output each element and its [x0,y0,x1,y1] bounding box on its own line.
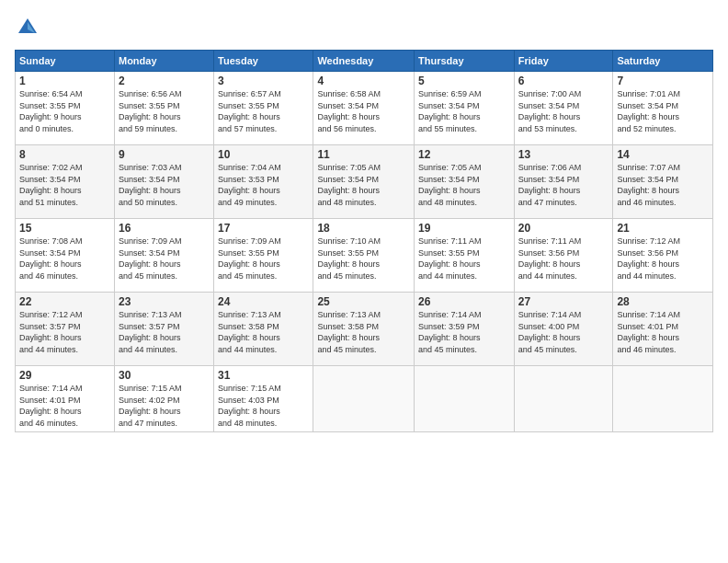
weekday-header-saturday: Saturday [613,51,713,72]
calendar-cell: 5Sunrise: 6:59 AMSunset: 3:54 PMDaylight… [415,72,515,145]
day-number: 14 [617,148,709,161]
calendar-cell: 26Sunrise: 7:14 AMSunset: 3:59 PMDayligh… [415,293,515,366]
day-number: 18 [317,222,410,235]
day-info: Sunrise: 6:54 AMSunset: 3:55 PMDaylight:… [19,88,110,134]
day-number: 10 [218,148,309,161]
day-number: 31 [218,369,309,382]
weekday-header-tuesday: Tuesday [214,51,313,72]
day-number: 9 [119,148,210,161]
day-info: Sunrise: 7:10 AMSunset: 3:55 PMDaylight:… [317,236,410,282]
calendar-cell [415,366,515,432]
weekday-header-friday: Friday [514,51,613,72]
calendar-cell: 6Sunrise: 7:00 AMSunset: 3:54 PMDaylight… [514,72,613,145]
calendar-cell: 23Sunrise: 7:13 AMSunset: 3:57 PMDayligh… [114,293,213,366]
week-row-2: 8Sunrise: 7:02 AMSunset: 3:54 PMDaylight… [16,145,713,219]
calendar-cell: 11Sunrise: 7:05 AMSunset: 3:54 PMDayligh… [313,145,415,219]
calendar-cell: 2Sunrise: 6:56 AMSunset: 3:55 PMDaylight… [114,72,213,145]
day-info: Sunrise: 7:02 AMSunset: 3:54 PMDaylight:… [19,162,110,208]
day-info: Sunrise: 6:58 AMSunset: 3:54 PMDaylight:… [317,88,410,134]
weekday-header-thursday: Thursday [415,51,515,72]
day-info: Sunrise: 6:59 AMSunset: 3:54 PMDaylight:… [418,88,510,134]
day-info: Sunrise: 7:14 AMSunset: 4:01 PMDaylight:… [617,309,709,355]
day-number: 26 [418,295,510,308]
calendar-cell [613,366,713,432]
weekday-header-row: SundayMondayTuesdayWednesdayThursdayFrid… [16,51,713,72]
day-number: 22 [19,295,110,308]
calendar-cell: 10Sunrise: 7:04 AMSunset: 3:53 PMDayligh… [214,145,313,219]
week-row-3: 15Sunrise: 7:08 AMSunset: 3:54 PMDayligh… [16,219,713,293]
calendar-cell: 8Sunrise: 7:02 AMSunset: 3:54 PMDaylight… [16,145,115,219]
day-number: 13 [518,148,609,161]
day-number: 27 [518,295,609,308]
calendar-cell: 19Sunrise: 7:11 AMSunset: 3:55 PMDayligh… [415,219,515,293]
day-info: Sunrise: 6:57 AMSunset: 3:55 PMDaylight:… [218,88,309,134]
day-info: Sunrise: 7:13 AMSunset: 3:58 PMDaylight:… [218,309,309,355]
calendar-cell: 22Sunrise: 7:12 AMSunset: 3:57 PMDayligh… [16,293,115,366]
day-number: 12 [418,148,510,161]
day-number: 16 [119,222,210,235]
day-info: Sunrise: 7:09 AMSunset: 3:55 PMDaylight:… [218,236,309,282]
weekday-header-wednesday: Wednesday [313,51,415,72]
day-info: Sunrise: 7:13 AMSunset: 3:57 PMDaylight:… [119,309,210,355]
day-info: Sunrise: 7:08 AMSunset: 3:54 PMDaylight:… [19,236,110,282]
calendar-cell: 16Sunrise: 7:09 AMSunset: 3:54 PMDayligh… [114,219,213,293]
week-row-4: 22Sunrise: 7:12 AMSunset: 3:57 PMDayligh… [16,293,713,366]
day-info: Sunrise: 7:12 AMSunset: 3:56 PMDaylight:… [617,236,709,282]
day-number: 23 [119,295,210,308]
day-number: 21 [617,222,709,235]
day-number: 25 [317,295,410,308]
day-info: Sunrise: 7:00 AMSunset: 3:54 PMDaylight:… [518,88,609,134]
day-number: 17 [218,222,309,235]
day-info: Sunrise: 7:03 AMSunset: 3:54 PMDaylight:… [119,162,210,208]
day-info: Sunrise: 7:09 AMSunset: 3:54 PMDaylight:… [119,236,210,282]
week-row-5: 29Sunrise: 7:14 AMSunset: 4:01 PMDayligh… [16,366,713,432]
calendar-cell [514,366,613,432]
day-info: Sunrise: 7:14 AMSunset: 4:00 PMDaylight:… [518,309,609,355]
calendar-cell: 12Sunrise: 7:05 AMSunset: 3:54 PMDayligh… [415,145,515,219]
calendar-cell: 1Sunrise: 6:54 AMSunset: 3:55 PMDaylight… [16,72,115,145]
day-info: Sunrise: 6:56 AMSunset: 3:55 PMDaylight:… [119,88,210,134]
calendar-cell: 30Sunrise: 7:15 AMSunset: 4:02 PMDayligh… [114,366,213,432]
day-number: 11 [317,148,410,161]
day-number: 30 [119,369,210,382]
day-info: Sunrise: 7:01 AMSunset: 3:54 PMDaylight:… [617,88,709,134]
calendar-cell: 25Sunrise: 7:13 AMSunset: 3:58 PMDayligh… [313,293,415,366]
calendar-cell: 21Sunrise: 7:12 AMSunset: 3:56 PMDayligh… [613,219,713,293]
day-number: 2 [119,75,210,87]
day-number: 5 [418,75,510,87]
day-number: 15 [19,222,110,235]
day-info: Sunrise: 7:11 AMSunset: 3:55 PMDaylight:… [418,236,510,282]
calendar-cell: 31Sunrise: 7:15 AMSunset: 4:03 PMDayligh… [214,366,313,432]
day-number: 19 [418,222,510,235]
calendar-cell: 18Sunrise: 7:10 AMSunset: 3:55 PMDayligh… [313,219,415,293]
day-number: 8 [19,148,110,161]
day-info: Sunrise: 7:14 AMSunset: 4:01 PMDaylight:… [19,383,110,429]
calendar-cell: 9Sunrise: 7:03 AMSunset: 3:54 PMDaylight… [114,145,213,219]
calendar-cell: 20Sunrise: 7:11 AMSunset: 3:56 PMDayligh… [514,219,613,293]
calendar-cell: 3Sunrise: 6:57 AMSunset: 3:55 PMDaylight… [214,72,313,145]
day-number: 1 [19,75,110,87]
calendar-cell: 27Sunrise: 7:14 AMSunset: 4:00 PMDayligh… [514,293,613,366]
page: SundayMondayTuesdayWednesdayThursdayFrid… [0,0,728,563]
calendar-cell: 4Sunrise: 6:58 AMSunset: 3:54 PMDaylight… [313,72,415,145]
weekday-header-monday: Monday [114,51,213,72]
day-number: 28 [617,295,709,308]
calendar-cell: 28Sunrise: 7:14 AMSunset: 4:01 PMDayligh… [613,293,713,366]
day-info: Sunrise: 7:07 AMSunset: 3:54 PMDaylight:… [617,162,709,208]
calendar-cell: 24Sunrise: 7:13 AMSunset: 3:58 PMDayligh… [214,293,313,366]
day-number: 29 [19,369,110,382]
day-info: Sunrise: 7:15 AMSunset: 4:02 PMDaylight:… [119,383,210,429]
day-info: Sunrise: 7:06 AMSunset: 3:54 PMDaylight:… [518,162,609,208]
calendar-cell: 14Sunrise: 7:07 AMSunset: 3:54 PMDayligh… [613,145,713,219]
calendar-cell: 13Sunrise: 7:06 AMSunset: 3:54 PMDayligh… [514,145,613,219]
weekday-header-sunday: Sunday [16,51,115,72]
calendar-cell: 17Sunrise: 7:09 AMSunset: 3:55 PMDayligh… [214,219,313,293]
calendar-cell [313,366,415,432]
day-info: Sunrise: 7:05 AMSunset: 3:54 PMDaylight:… [317,162,410,208]
calendar-cell: 7Sunrise: 7:01 AMSunset: 3:54 PMDaylight… [613,72,713,145]
calendar-cell: 15Sunrise: 7:08 AMSunset: 3:54 PMDayligh… [16,219,115,293]
calendar-cell: 29Sunrise: 7:14 AMSunset: 4:01 PMDayligh… [16,366,115,432]
day-number: 3 [218,75,309,87]
day-info: Sunrise: 7:14 AMSunset: 3:59 PMDaylight:… [418,309,510,355]
day-info: Sunrise: 7:13 AMSunset: 3:58 PMDaylight:… [317,309,410,355]
